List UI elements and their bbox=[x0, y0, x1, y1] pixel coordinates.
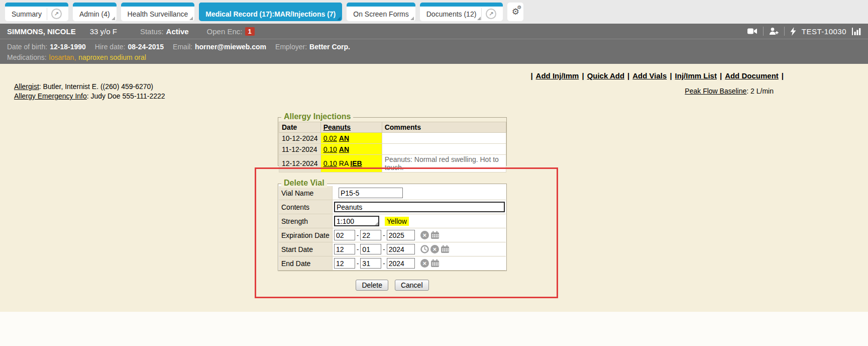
date-separator: - bbox=[357, 260, 359, 267]
allergy-emergency-info-link[interactable]: Allergy Emergency Info bbox=[14, 92, 87, 100]
link-separator: | bbox=[670, 71, 672, 80]
clock-icon[interactable] bbox=[420, 245, 429, 253]
injection-date: 10-12-2024 bbox=[279, 133, 321, 144]
date-separator: - bbox=[357, 231, 359, 239]
vial-name-input[interactable] bbox=[339, 188, 403, 198]
demographics-line-2: Medications: losartan, naproxen sodium o… bbox=[7, 52, 861, 62]
end-day-input[interactable] bbox=[360, 258, 381, 269]
dose-link[interactable]: 0.10 bbox=[323, 159, 337, 167]
end-date-label: End Date bbox=[279, 256, 333, 270]
tab-documents-label: Documents (12) bbox=[426, 10, 477, 18]
link-separator: | bbox=[627, 71, 629, 80]
peanuts-header-link[interactable]: Peanuts bbox=[323, 123, 351, 131]
tab-menu-fold-icon bbox=[189, 17, 193, 20]
delete-button[interactable]: Delete bbox=[356, 280, 388, 291]
hire-date-label: Hire date: bbox=[95, 43, 126, 51]
add-inj-imm-link[interactable]: Add Inj/Imm bbox=[536, 71, 579, 80]
dose-link[interactable]: 0.10 bbox=[323, 145, 337, 153]
start-day-input[interactable] bbox=[360, 244, 381, 254]
peak-flow-baseline-link[interactable]: Peak Flow Baseline bbox=[685, 87, 746, 95]
calendar-icon[interactable] bbox=[441, 245, 450, 253]
page-footer-area bbox=[0, 312, 868, 346]
comments-column-header: Comments bbox=[382, 122, 506, 133]
medication-link-losartan[interactable]: losartan bbox=[49, 53, 74, 61]
injection-date: 11-12-2024 bbox=[279, 144, 321, 155]
dose-link[interactable]: 0.02 bbox=[323, 134, 337, 142]
contents-input[interactable] bbox=[334, 202, 505, 212]
end-year-input[interactable] bbox=[387, 258, 415, 269]
tab-documents[interactable]: Documents (12) ↗ bbox=[420, 3, 503, 21]
reaction-code-link[interactable]: AN bbox=[339, 145, 349, 153]
table-row: 10-12-2024 0.02 AN bbox=[279, 133, 506, 144]
calendar-icon[interactable] bbox=[430, 231, 440, 239]
strength-row: Strength Yellow bbox=[279, 214, 506, 228]
gear-small-icon: ⚙ bbox=[517, 5, 521, 10]
quick-add-link[interactable]: Quick Add bbox=[587, 71, 624, 80]
tab-health-surveillance[interactable]: Health Surveillance bbox=[121, 3, 195, 21]
expiration-date-row: Expiration Date - - × bbox=[279, 228, 506, 242]
expiration-date-label: Expiration Date bbox=[279, 228, 333, 242]
add-document-link[interactable]: Add Document bbox=[725, 71, 779, 80]
popout-icon[interactable]: ↗ bbox=[51, 9, 62, 19]
allergy-injections-table: Date Peanuts Comments 10-12-2024 0.02 AN… bbox=[279, 122, 506, 172]
expiration-month-input[interactable] bbox=[334, 230, 355, 240]
popout-icon[interactable]: ↗ bbox=[486, 9, 496, 19]
reaction-code-plain: RA bbox=[339, 159, 349, 167]
delete-vial-title: Delete Vial bbox=[281, 179, 327, 188]
tab-medical-record-label: Medical Record (17):MAR/Injections (7) bbox=[205, 10, 336, 18]
video-camera-icon[interactable] bbox=[747, 28, 757, 35]
allergist-link[interactable]: Allergist bbox=[14, 82, 39, 91]
demographics-line-1: Date of birth: 12-18-1990 Hire date: 08-… bbox=[7, 41, 861, 52]
medication-link-naproxen[interactable]: naproxen sodium oral bbox=[78, 53, 146, 61]
tab-health-surveillance-label: Health Surveillance bbox=[128, 10, 188, 18]
link-separator: | bbox=[720, 71, 722, 80]
lightning-icon[interactable] bbox=[790, 27, 796, 36]
dialog-buttons: Delete Cancel bbox=[278, 280, 507, 291]
strength-color-note: Yellow bbox=[385, 217, 409, 226]
add-person-icon[interactable] bbox=[769, 27, 779, 35]
hire-date-value: 08-24-2015 bbox=[128, 43, 164, 51]
allergy-emergency-line: Allergy Emergency Info: Judy Doe 555-111… bbox=[14, 92, 165, 101]
end-month-input[interactable] bbox=[334, 258, 355, 269]
expiration-day-input[interactable] bbox=[360, 230, 381, 240]
injection-dose-cell: 0.10 AN bbox=[320, 144, 382, 155]
tab-admin[interactable]: Admin (4) bbox=[73, 3, 117, 21]
bar-chart-icon[interactable] bbox=[852, 28, 861, 35]
end-date-row: End Date - - × bbox=[279, 256, 506, 271]
inj-imm-list-link[interactable]: Inj/Imm List bbox=[675, 71, 717, 80]
tab-on-screen-forms[interactable]: On Screen Forms bbox=[347, 3, 415, 21]
patient-bar-actions: TEST-10030 bbox=[747, 27, 861, 36]
tab-admin-label: Admin (4) bbox=[79, 10, 110, 18]
expiration-year-input[interactable] bbox=[387, 230, 415, 240]
tab-summary[interactable]: Summary ↗ bbox=[5, 3, 68, 21]
reaction-code-link[interactable]: AN bbox=[339, 134, 349, 142]
injection-comment bbox=[382, 133, 506, 144]
link-separator: | bbox=[582, 71, 584, 80]
medication-separator: , bbox=[74, 53, 76, 61]
calendar-icon[interactable] bbox=[430, 259, 440, 268]
clear-date-icon[interactable]: × bbox=[430, 245, 439, 253]
status-value: Active bbox=[166, 27, 189, 36]
medications-label: Medications: bbox=[7, 53, 47, 61]
cancel-button[interactable]: Cancel bbox=[395, 280, 429, 291]
add-vials-link[interactable]: Add Vials bbox=[632, 71, 667, 80]
clear-date-icon[interactable]: × bbox=[420, 259, 429, 268]
strength-input[interactable] bbox=[334, 216, 379, 226]
clear-date-icon[interactable]: × bbox=[420, 231, 429, 239]
settings-button[interactable]: ⚙ ⚙ bbox=[507, 3, 523, 21]
contents-row: Contents bbox=[279, 200, 506, 214]
email-label: Email: bbox=[173, 43, 192, 51]
resize-grip-icon[interactable] bbox=[375, 222, 378, 225]
action-links-row: | Add Inj/Imm | Quick Add | Add Vials | … bbox=[530, 71, 784, 80]
patient-name: SIMMONS, NICOLE bbox=[7, 27, 76, 36]
reaction-code-link[interactable]: IEB bbox=[350, 159, 362, 167]
peak-flow-value: : 2 L/min bbox=[746, 87, 774, 95]
tab-medical-record[interactable]: Medical Record (17):MAR/Injections (7) bbox=[199, 3, 342, 21]
start-month-input[interactable] bbox=[334, 244, 355, 254]
start-year-input[interactable] bbox=[387, 244, 415, 254]
vial-name-row: Vial Name bbox=[279, 186, 506, 200]
strength-label: Strength bbox=[279, 214, 333, 228]
employer-label: Employer: bbox=[275, 43, 307, 51]
dob-label: Date of birth: bbox=[7, 43, 47, 51]
open-encounter-badge[interactable]: 1 bbox=[245, 27, 255, 36]
